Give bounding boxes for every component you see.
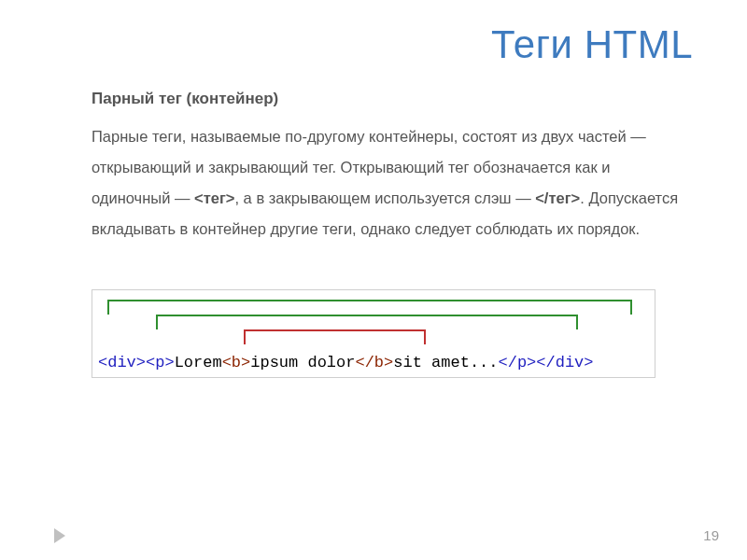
code-b-open: <b> — [222, 354, 251, 371]
inline-tag-close: </тег> — [535, 189, 580, 206]
code-div-close: </div> — [536, 354, 593, 371]
code-div-open: <div> — [98, 354, 146, 371]
slide: Теги HTML Парный тег (контейнер) Парные … — [0, 0, 747, 378]
page-title: Теги HTML — [54, 22, 693, 67]
bracket-p — [156, 315, 578, 328]
code-text-3: sit amet... — [393, 354, 498, 371]
inline-tag-open: <тег> — [194, 189, 234, 206]
code-line: <div><p>Lorem <b>ipsum dolor</b> sit ame… — [92, 354, 655, 371]
code-p-open: <p> — [146, 354, 175, 371]
code-text-2: ipsum dolor — [250, 354, 355, 371]
subtitle: Парный тег (контейнер) — [92, 90, 693, 108]
code-p-close: </p> — [499, 354, 537, 371]
nesting-diagram: <div><p>Lorem <b>ipsum dolor</b> sit ame… — [92, 289, 655, 378]
page-number: 19 — [703, 527, 719, 543]
code-text-1: Lorem — [175, 354, 222, 371]
play-arrow-icon — [54, 528, 65, 543]
bracket-div — [107, 300, 632, 313]
body-text-2: , а в закрывающем используется слэш — — [234, 189, 535, 206]
body-paragraph: Парные теги, называемые по-другому конте… — [92, 121, 691, 245]
bracket-b — [244, 329, 426, 343]
code-b-close: </b> — [355, 354, 393, 371]
